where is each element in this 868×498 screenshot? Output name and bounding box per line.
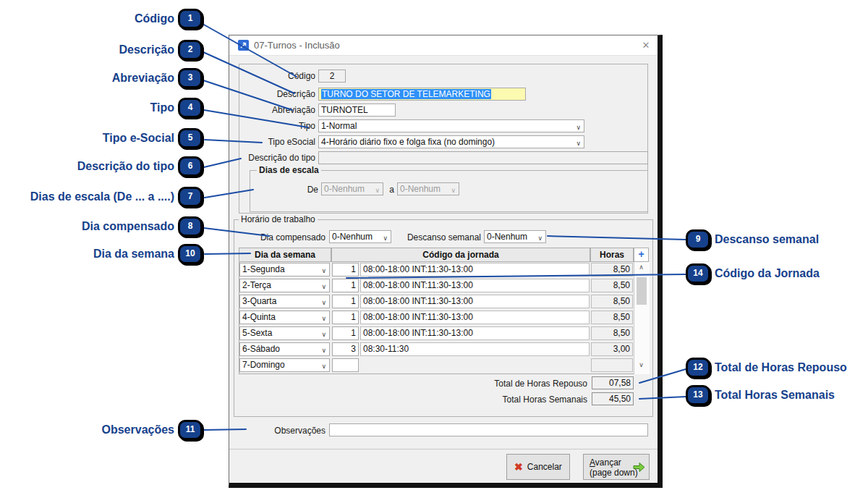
a-select-value: 0-Nenhum bbox=[400, 184, 441, 194]
codigo-field[interactable]: 2 bbox=[318, 69, 346, 83]
annotation-badge: 8 bbox=[178, 216, 203, 237]
th-horas: Horas bbox=[590, 248, 634, 262]
chevron-down-icon: ∨ bbox=[321, 329, 326, 340]
descricao-field[interactable]: TURNO DO SETOR DE TELEMARKETING bbox=[318, 88, 526, 101]
next-button-label-1: Avançar bbox=[590, 457, 621, 468]
annotation-label: Observações bbox=[101, 422, 174, 438]
descricao-label: Descrição bbox=[239, 88, 315, 101]
cancel-button[interactable]: ✖ Cancelar bbox=[506, 454, 570, 480]
de-select-value: 0-Nenhum bbox=[324, 184, 365, 194]
horas-cell: 8,50 bbox=[591, 263, 633, 277]
tipo-esocial-select-value: 4-Horário diário fixo e folga fixa (no d… bbox=[321, 137, 495, 147]
jornada-codigo-cell[interactable]: 1 bbox=[332, 279, 359, 292]
annotation-badge: 1 bbox=[178, 9, 203, 29]
observacoes-field[interactable] bbox=[329, 423, 648, 436]
jornada-codigo-cell[interactable]: 1 bbox=[332, 326, 359, 340]
tipo-select-value: 1-Normal bbox=[321, 121, 357, 131]
annotation-label: Código da Jornada bbox=[715, 266, 820, 282]
dias-escala-legend: Dias de escala bbox=[257, 166, 321, 175]
jornada-descricao-cell[interactable]: 08:00-18:00 INT:11:30-13:00 bbox=[360, 279, 590, 292]
jornada-codigo-cell[interactable]: 1 bbox=[332, 263, 359, 277]
annotation-badge: 4 bbox=[178, 98, 203, 118]
th-dia-semana: Dia da semana bbox=[239, 248, 331, 262]
chevron-down-icon: ∨ bbox=[321, 360, 326, 372]
th-codigo-jornada: Código da jornada bbox=[331, 248, 590, 262]
jornada-descricao-cell[interactable]: 08:00-18:00 INT:11:30-13:00 bbox=[360, 263, 590, 277]
annotation-badge: 12 bbox=[686, 358, 710, 378]
next-button[interactable]: Avançar (page down) bbox=[583, 454, 650, 480]
annotation-badge: 14 bbox=[686, 263, 710, 284]
jornada-descricao-cell[interactable]: 08:00-18:00 INT:11:30-13:00 bbox=[360, 326, 590, 340]
annotation-label: Código bbox=[135, 11, 174, 27]
annotation-badge: 10 bbox=[178, 244, 203, 264]
dia-semana-select[interactable]: 4-Quinta∨ bbox=[239, 311, 330, 324]
annotation-badge: 13 bbox=[686, 385, 710, 405]
scroll-thumb[interactable] bbox=[637, 277, 647, 305]
plus-icon: + bbox=[638, 248, 644, 260]
de-label: De bbox=[298, 183, 318, 196]
annotation-label: Abreviação bbox=[112, 70, 174, 86]
scroll-up-icon[interactable]: ∧ bbox=[635, 263, 647, 271]
horas-cell: 8,50 bbox=[591, 311, 633, 324]
dia-semana-select[interactable]: 1-Segunda∨ bbox=[239, 263, 330, 277]
annotated-screenshot: 07-Turnos - Inclusão ✕ Código 2 Descriçã… bbox=[0, 0, 868, 498]
tipo-label: Tipo bbox=[239, 119, 315, 132]
dia-semana-value: 7-Domingo bbox=[242, 360, 285, 370]
codigo-label: Código bbox=[239, 69, 315, 83]
dia-semana-select[interactable]: 5-Sexta∨ bbox=[239, 326, 330, 340]
horas-cell: 8,50 bbox=[591, 279, 633, 292]
annotation-label: Tipo e-Social bbox=[103, 130, 174, 146]
dia-semana-value: 6-Sábado bbox=[242, 344, 280, 354]
horas-cell: 8,50 bbox=[591, 326, 633, 340]
annotation-badge: 7 bbox=[178, 187, 203, 207]
dia-compensado-value: 0-Nenhum bbox=[332, 232, 373, 242]
chevron-down-icon: ∨ bbox=[321, 345, 326, 356]
annotation-label: Dia compensado bbox=[82, 219, 174, 235]
annotation-label: Dias de escala (De ... a ....) bbox=[30, 189, 174, 205]
chevron-down-icon: ∨ bbox=[375, 185, 380, 195]
tipo-esocial-select[interactable]: 4-Horário diário fixo e folga fixa (no d… bbox=[318, 135, 584, 148]
abreviacao-label: Abreviação bbox=[239, 104, 315, 117]
jornada-descricao-cell[interactable]: 08:00-18:00 INT:11:30-13:00 bbox=[360, 295, 590, 308]
de-select: 0-Nenhum∨ bbox=[321, 182, 383, 195]
jornada-descricao-cell[interactable]: 08:30-11:30 bbox=[360, 342, 590, 356]
dia-compensado-select[interactable]: 0-Nenhum∨ bbox=[329, 230, 391, 243]
scroll-down-icon[interactable]: ∨ bbox=[635, 361, 647, 368]
jornada-codigo-cell[interactable] bbox=[332, 358, 359, 372]
descanso-semanal-select[interactable]: 0-Nenhum∨ bbox=[484, 230, 546, 243]
dia-semana-value: 3-Quarta bbox=[242, 296, 276, 306]
close-icon[interactable]: ✕ bbox=[637, 38, 655, 53]
jornada-descricao-cell[interactable]: 08:00-18:00 INT:11:30-13:00 bbox=[360, 311, 590, 324]
jornada-codigo-cell[interactable]: 1 bbox=[332, 311, 359, 324]
annotation-badge: 5 bbox=[178, 128, 203, 148]
next-button-label-2: (page down) bbox=[590, 468, 638, 478]
abreviacao-field[interactable]: TURNOTEL bbox=[318, 104, 396, 117]
descanso-semanal-label: Descanso semanal bbox=[403, 231, 481, 244]
annotation-label: Tipo bbox=[150, 100, 174, 116]
dia-semana-select[interactable]: 6-Sábado∨ bbox=[239, 342, 330, 356]
footer-separator bbox=[229, 449, 658, 450]
annotation-label: Descrição do tipo bbox=[77, 159, 174, 174]
dia-semana-value: 5-Sexta bbox=[242, 328, 272, 338]
title-bar: 07-Turnos - Inclusão ✕ bbox=[229, 35, 658, 56]
dia-semana-select[interactable]: 2-Terça∨ bbox=[239, 279, 330, 292]
jornada-codigo-cell[interactable]: 1 bbox=[332, 295, 359, 308]
annotation-badge: 11 bbox=[178, 420, 203, 440]
app-icon bbox=[238, 40, 249, 51]
cancel-x-icon: ✖ bbox=[514, 461, 523, 473]
annotation-label: Total Horas Semanais bbox=[715, 387, 835, 403]
annotation-badge: 2 bbox=[178, 40, 203, 60]
add-jornada-button[interactable]: + bbox=[634, 248, 649, 262]
dia-semana-select[interactable]: 3-Quarta∨ bbox=[239, 295, 330, 308]
next-arrow-icon bbox=[633, 462, 645, 475]
annotation-label: Descrição bbox=[119, 42, 175, 58]
tipo-select[interactable]: 1-Normal∨ bbox=[318, 119, 584, 132]
dia-semana-value: 1-Segunda bbox=[242, 264, 285, 274]
annotation-label: Total de Horas Repouso bbox=[715, 360, 847, 376]
dia-semana-select[interactable]: 7-Domingo∨ bbox=[239, 358, 330, 372]
jornada-codigo-cell[interactable]: 3 bbox=[332, 342, 359, 356]
chevron-down-icon: ∨ bbox=[321, 297, 326, 308]
chevron-down-icon: ∨ bbox=[451, 185, 456, 195]
dialog-07-turnos-inclusao: 07-Turnos - Inclusão ✕ Código 2 Descriçã… bbox=[229, 35, 663, 488]
annotation-badge: 3 bbox=[178, 68, 203, 88]
